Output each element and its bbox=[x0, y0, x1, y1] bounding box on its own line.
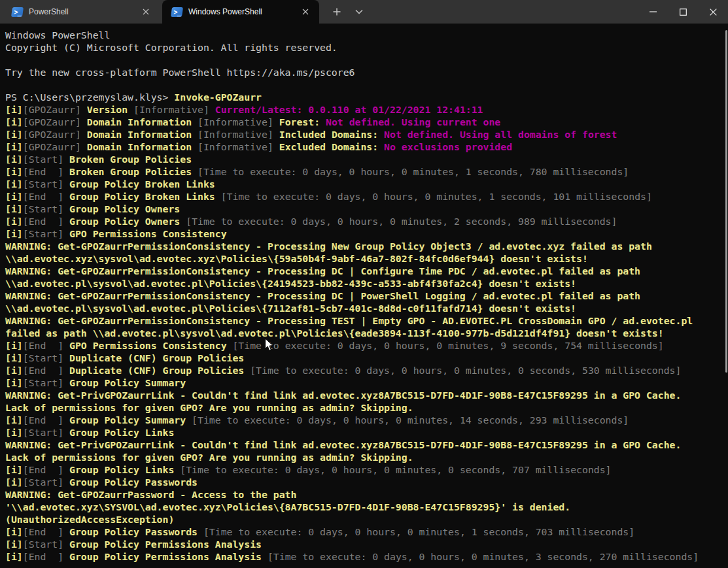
tab-label: Windows PowerShell bbox=[188, 7, 292, 16]
terminal-line: WARNING: Get-GPOZaurrPermissionConsisten… bbox=[5, 240, 728, 252]
terminal-line: [i][Start] Group Policy Owners bbox=[5, 203, 728, 215]
tab-windows-powershell[interactable]: >_ Windows PowerShell bbox=[162, 0, 319, 24]
terminal-line: Lack of permissions for given GPO? Are y… bbox=[5, 451, 728, 463]
terminal-line: [i][GPOZaurr] Domain Information [Inform… bbox=[5, 141, 728, 153]
terminal-line: [i][End ] Group Policy Summary [Time to … bbox=[5, 414, 728, 426]
scrollbar-thumb[interactable] bbox=[725, 30, 727, 373]
close-tab-icon[interactable] bbox=[139, 5, 153, 19]
terminal-line: [i][End ] Broken Group Policies [Time to… bbox=[5, 165, 728, 178]
titlebar: >_ PowerShell >_ Windows PowerShell bbox=[0, 0, 728, 24]
terminal-line: WARNING: Get-GPOZaurrPermissionConsisten… bbox=[5, 265, 728, 277]
terminal-line: WARNING: Get-GPOZaurrPermissionConsisten… bbox=[5, 290, 728, 302]
terminal-line: WARNING: Get-PrivGPOZaurrLink - Couldn't… bbox=[5, 439, 728, 451]
terminal-line: [i][End ] Group Policy Owners [Time to e… bbox=[5, 215, 728, 227]
tab-dropdown-button[interactable] bbox=[348, 0, 370, 24]
terminal-line: Lack of permissions for given GPO? Are y… bbox=[5, 401, 728, 414]
terminal-line: [i][End ] Group Policy Broken Links [Tim… bbox=[5, 190, 728, 203]
terminal-line: WARNING: Get-GPOZaurrPassword - Access t… bbox=[5, 488, 728, 501]
terminal-line: [i][End ] Duplicate (CNF) Group Policies… bbox=[5, 364, 728, 376]
terminal-line: [i][Start] GPO Permissions Consistency bbox=[5, 227, 728, 240]
terminal-line: \\ad.evotec.pl\sysvol\ad.evotec.pl\Polic… bbox=[5, 302, 728, 314]
terminal-line: Windows PowerShell bbox=[5, 29, 728, 41]
terminal-output: Windows PowerShellCopyright (C) Microsof… bbox=[5, 29, 728, 563]
new-tab-button[interactable] bbox=[326, 0, 348, 24]
terminal-line: [i][Start] Group Policy Passwords bbox=[5, 476, 728, 488]
terminal-line: [i][Start] Group Policy Summary bbox=[5, 376, 728, 389]
terminal-line: \\ad.evotec.pl\sysvol\ad.evotec.pl\Polic… bbox=[5, 277, 728, 290]
terminal-line: Try the new cross-platform PowerShell ht… bbox=[5, 66, 728, 78]
terminal-line: \\ad.evotec.xyz\sysvol\ad.evotec.xyz\Pol… bbox=[5, 252, 728, 265]
terminal-line: [i][Start] Group Policy Permissions Anal… bbox=[5, 538, 728, 550]
maximize-button[interactable] bbox=[668, 0, 698, 24]
powershell-icon: >_ bbox=[171, 7, 182, 17]
terminal-line: [i][Start] Duplicate (CNF) Group Policie… bbox=[5, 352, 728, 364]
terminal-line: Copyright (C) Microsoft Corporation. All… bbox=[5, 41, 728, 54]
terminal-line: [i][Start] Group Policy Links bbox=[5, 426, 728, 439]
terminal-line bbox=[5, 78, 728, 91]
titlebar-drag-area bbox=[370, 0, 638, 24]
terminal-line: '\\ad.evotec.xyz\SYSVOL\ad.evotec.xyz\Po… bbox=[5, 501, 728, 513]
terminal-line: [i][End ] GPO Permissions Consistency [T… bbox=[5, 339, 728, 352]
terminal-line: [i][End ] Group Policy Passwords [Time t… bbox=[5, 526, 728, 538]
terminal-line bbox=[5, 54, 728, 66]
minimize-button[interactable] bbox=[638, 0, 668, 24]
terminal-line: [i][GPOZaurr] Domain Information [Inform… bbox=[5, 116, 728, 128]
close-window-button[interactable] bbox=[698, 0, 728, 24]
terminal-line: (UnauthorizedAccessException) bbox=[5, 513, 728, 526]
tab-label: PowerShell bbox=[29, 7, 133, 16]
terminal-line: WARNING: Get-PrivGPOZaurrLink - Couldn't… bbox=[5, 389, 728, 401]
terminal-line: [i][Start] Broken Group Policies bbox=[5, 153, 728, 165]
terminal-line: [i][End ] Group Policy Links [Time to ex… bbox=[5, 463, 728, 476]
close-tab-icon[interactable] bbox=[298, 5, 313, 19]
terminal-line: failed as path \\ad.evotec.pl\sysvol\ad.… bbox=[5, 327, 728, 339]
terminal-line: [i][Start] Group Policy Broken Links bbox=[5, 178, 728, 190]
terminal-line: [i][GPOZaurr] Domain Information [Inform… bbox=[5, 128, 728, 141]
tab-powershell[interactable]: >_ PowerShell bbox=[3, 0, 160, 24]
terminal-line: [i][GPOZaurr] Version [Informative] Curr… bbox=[5, 103, 728, 116]
terminal-line: [i][End ] Group Policy Permissions Analy… bbox=[5, 550, 728, 563]
terminal-line: WARNING: Get-GPOZaurrPermissionConsisten… bbox=[5, 314, 728, 327]
powershell-icon: >_ bbox=[12, 7, 23, 17]
terminal-line: PS C:\Users\przemyslaw.klys> Invoke-GPOZ… bbox=[5, 91, 728, 103]
terminal-pane[interactable]: Windows PowerShellCopyright (C) Microsof… bbox=[0, 24, 728, 568]
